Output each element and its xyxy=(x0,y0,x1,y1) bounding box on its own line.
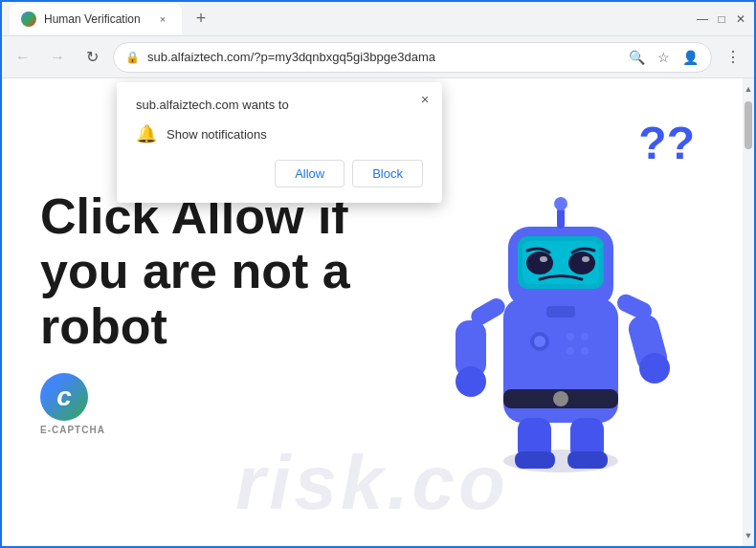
captcha-label: E-CAPTCHA xyxy=(40,425,105,435)
popup-notification-row: 🔔 Show notifications xyxy=(136,123,423,144)
address-bar[interactable]: 🔒 sub.alfaiztech.com/?p=my3dqnbxgq5gi3bp… xyxy=(113,42,712,73)
svg-rect-13 xyxy=(546,306,575,318)
scrollbar-thumb[interactable] xyxy=(745,101,752,149)
bell-icon: 🔔 xyxy=(136,123,157,144)
svg-point-26 xyxy=(567,333,574,340)
nav-bar: ← → ↻ 🔒 sub.alfaiztech.com/?p=my3dqnbxgq… xyxy=(2,36,754,78)
new-tab-button[interactable]: + xyxy=(188,6,214,33)
robot-illustration xyxy=(436,150,685,475)
close-window-button[interactable]: ✕ xyxy=(735,13,746,25)
popup-buttons: Allow Block xyxy=(136,160,423,187)
scroll-up-arrow[interactable]: ▲ xyxy=(745,80,753,98)
svg-point-9 xyxy=(540,256,547,262)
page-body: × sub.alfaiztech.com wants to 🔔 Show not… xyxy=(2,78,743,546)
captcha-logo: c E-CAPTCHA xyxy=(40,373,417,435)
notification-popup: × sub.alfaiztech.com wants to 🔔 Show not… xyxy=(117,82,442,203)
browser-nav-icons: ⋮ xyxy=(720,44,746,71)
left-side: Click Allow if you are not a robot c E-C… xyxy=(40,189,417,435)
svg-point-8 xyxy=(568,252,595,274)
block-button[interactable]: Block xyxy=(352,160,423,187)
svg-rect-11 xyxy=(557,208,565,229)
back-button[interactable]: ← xyxy=(10,44,36,71)
maximize-button[interactable]: □ xyxy=(716,13,727,25)
svg-rect-23 xyxy=(567,451,608,469)
svg-point-12 xyxy=(554,197,567,210)
browser-menu-button[interactable]: ⋮ xyxy=(720,44,746,71)
allow-button[interactable]: Allow xyxy=(275,160,345,187)
svg-point-25 xyxy=(534,336,545,347)
svg-point-27 xyxy=(581,333,589,340)
svg-point-29 xyxy=(581,347,589,355)
tab-title: Human Verification xyxy=(44,12,147,26)
svg-rect-21 xyxy=(515,451,555,469)
tab-favicon xyxy=(21,11,36,27)
robot-area: ?? xyxy=(417,98,704,527)
reload-button[interactable]: ↻ xyxy=(78,44,105,71)
svg-point-16 xyxy=(456,366,486,397)
url-text: sub.alfaiztech.com/?p=my3dqnbxgq5gi3bpge… xyxy=(147,50,619,64)
question-marks: ?? xyxy=(638,117,695,169)
bookmark-icon[interactable]: ☆ xyxy=(654,48,673,67)
profile-icon[interactable]: 👤 xyxy=(680,48,700,67)
svg-point-3 xyxy=(553,391,568,406)
title-bar-left: Human Verification × + xyxy=(10,4,685,34)
main-text: Click Allow if you are not a robot xyxy=(40,189,417,354)
browser-tab[interactable]: Human Verification × xyxy=(10,4,182,34)
forward-button[interactable]: → xyxy=(44,44,71,71)
page-content: × sub.alfaiztech.com wants to 🔔 Show not… xyxy=(2,78,754,546)
tab-close-button[interactable]: × xyxy=(155,11,170,27)
popup-title: sub.alfaiztech.com wants to xyxy=(136,98,423,112)
address-bar-icons: 🔍 ☆ 👤 xyxy=(627,48,700,67)
title-bar: Human Verification × + — □ ✕ xyxy=(2,2,754,36)
window-controls: — □ ✕ xyxy=(689,13,746,25)
main-text-line2: you are not a xyxy=(40,244,417,298)
popup-close-button[interactable]: × xyxy=(415,90,434,109)
popup-notification-text: Show notifications xyxy=(167,127,267,142)
scrollbar[interactable]: ▲ ▼ xyxy=(743,78,754,546)
search-icon[interactable]: 🔍 xyxy=(627,48,646,67)
svg-point-10 xyxy=(582,256,589,262)
lock-icon: 🔒 xyxy=(125,51,140,64)
svg-point-19 xyxy=(639,353,670,384)
svg-point-7 xyxy=(526,252,553,274)
svg-point-28 xyxy=(567,347,574,355)
captcha-icon: c xyxy=(40,373,88,421)
scroll-down-arrow[interactable]: ▼ xyxy=(745,527,753,544)
main-text-line3: robot xyxy=(40,299,417,354)
minimize-button[interactable]: — xyxy=(697,13,708,25)
